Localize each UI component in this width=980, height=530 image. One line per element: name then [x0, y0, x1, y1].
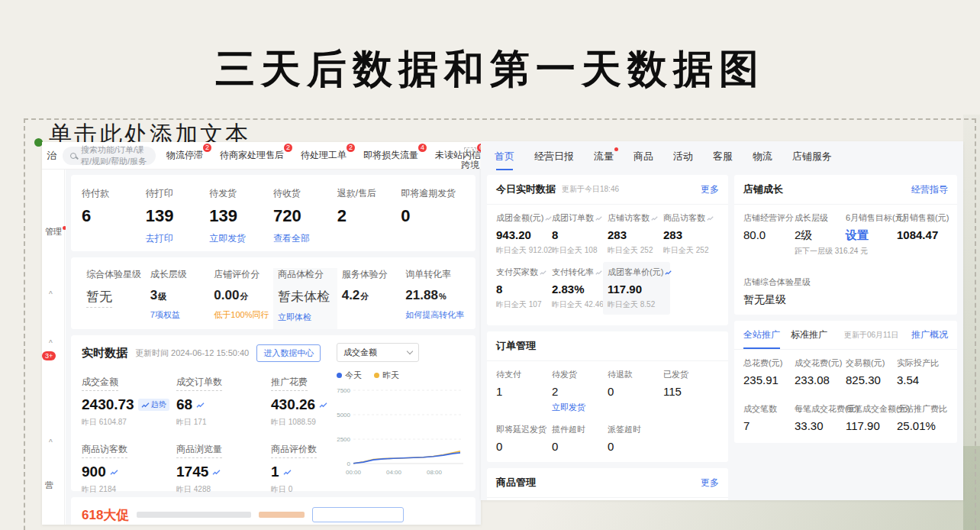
- sidebar-item-fragment[interactable]: 营: [45, 480, 53, 491]
- view-all-link[interactable]: 查看全部: [273, 232, 337, 245]
- trend-icon[interactable]: [196, 402, 205, 409]
- tab-daily-report[interactable]: 经营日报: [534, 150, 574, 163]
- metric-label: 推广花费: [271, 376, 308, 391]
- metric-value: 900: [82, 464, 106, 480]
- more-link[interactable]: 更多: [701, 477, 719, 490]
- ad-spend-per-deal: 每笔成交花费(元) 33.30: [795, 403, 846, 432]
- metric-shop-visitors: 店铺访客数 283 昨日全天 252: [608, 212, 663, 256]
- promo-618-banner[interactable]: 618大促: [71, 497, 475, 525]
- metric-value: 3: [150, 288, 157, 302]
- chevron-up-icon[interactable]: ^: [49, 438, 53, 447]
- trend-badge[interactable]: 趋势: [138, 399, 169, 411]
- trend-icon[interactable]: [319, 402, 327, 409]
- score-inquiry-conversion: 询单转化率 21.88% 如何提高转化率: [401, 268, 465, 329]
- metric-group-orders: 成团订单数 8 昨日全天 108: [552, 212, 608, 256]
- chart-metric-select[interactable]: 成交金额: [337, 343, 419, 362]
- metric-value: 暂未体检: [278, 288, 337, 305]
- trend-icon[interactable]: [283, 469, 292, 476]
- metric-value: 0: [496, 440, 552, 453]
- metric-value: 825.30: [846, 373, 897, 386]
- sidebar-item-manage[interactable]: 管理: [45, 226, 66, 238]
- todo-pending-ship: 待发货 139 立即发货: [209, 187, 273, 251]
- metric-value: 2: [337, 206, 401, 226]
- metric-value: 0: [608, 385, 663, 398]
- chevron-up-icon[interactable]: ^: [49, 290, 53, 299]
- tab-sitewide-promo[interactable]: 全站推广: [743, 328, 780, 341]
- tab-activity[interactable]: 活动: [673, 150, 693, 163]
- trend-icon[interactable]: [651, 215, 658, 221]
- star-label: 店铺综合体验星级: [743, 276, 948, 288]
- nav-pending-ticket[interactable]: 待处理工单 2: [301, 149, 347, 162]
- nav-logistics-stalled[interactable]: 物流停滞 2: [166, 149, 203, 162]
- trend-icon[interactable]: [595, 215, 602, 221]
- trend-icon[interactable]: [595, 270, 602, 276]
- search-input[interactable]: 搜索功能/订单/课程/规则/帮助/服务: [63, 147, 156, 165]
- svg-text:0: 0: [347, 461, 351, 467]
- metric-value: 0: [608, 440, 663, 453]
- metric-label: 成交订单数: [176, 376, 222, 391]
- metric-value: 115: [663, 385, 719, 398]
- set-target-link[interactable]: 设置: [846, 228, 897, 243]
- score-star-level: 综合体验星级 暂无: [82, 268, 146, 329]
- nav-losing-traffic[interactable]: 即将损失流量 4: [363, 149, 418, 162]
- guidance-link[interactable]: 经营指导: [911, 183, 948, 196]
- tab-service[interactable]: 客服: [713, 150, 733, 163]
- ship-now-link[interactable]: 立即发货: [552, 402, 608, 413]
- go-print-link[interactable]: 去打印: [146, 232, 210, 245]
- realtime-metrics: 成交金额 2430.73 趋势 昨日 6104.87 成交订单数 68 昨日 1…: [82, 374, 366, 509]
- metric-value: 139: [146, 206, 210, 226]
- ad-total-spend: 总花费(元) 235.91: [743, 357, 795, 386]
- legend-dot-today: [337, 373, 342, 378]
- next-level-note: 距下一层级 316.24 元: [795, 246, 846, 257]
- below-peers-note: 低于100%同行: [214, 309, 273, 321]
- tab-logistics[interactable]: 物流: [753, 150, 772, 163]
- trend-icon[interactable]: [212, 469, 221, 476]
- metric-label: 商品体检分: [278, 268, 337, 281]
- tab-shop-service[interactable]: 店铺服务: [792, 150, 832, 163]
- todo-overdue-ship: 即将逾期发货 0: [401, 187, 465, 251]
- promo-button[interactable]: [312, 507, 404, 522]
- goods-management-card: 商品管理 更多: [487, 468, 728, 500]
- add-widget-icon[interactable]: [+]: [464, 147, 476, 157]
- score-growth-level: 成长层级 3级 7项权益: [146, 268, 210, 329]
- ad-deal-spend: 成交花费(元) 233.08: [795, 357, 846, 386]
- rights-link[interactable]: 7项权益: [150, 309, 210, 321]
- metric-yesterday: 昨日 0: [271, 484, 366, 495]
- ship-now-link[interactable]: 立即发货: [209, 232, 273, 245]
- metric-value: 8: [496, 283, 552, 296]
- tab-home[interactable]: 首页: [495, 150, 514, 163]
- trend-icon[interactable]: [545, 215, 552, 221]
- growth-sales-target: 6月销售目标(元) 设置: [846, 212, 897, 257]
- trend-icon[interactable]: [110, 469, 118, 476]
- tab-traffic[interactable]: 流量: [594, 150, 614, 163]
- trend-icon[interactable]: [707, 215, 714, 221]
- legend-yesterday[interactable]: 昨天: [374, 370, 399, 381]
- trend-icon[interactable]: [665, 270, 672, 276]
- badge: 2: [347, 144, 355, 152]
- metric-value: 283: [663, 228, 719, 241]
- tab-standard-promo[interactable]: 标准推广: [791, 328, 827, 341]
- metric-label: 退款/售后: [337, 187, 401, 200]
- legend-today[interactable]: 今天: [337, 370, 362, 381]
- metric-value: 2.83%: [552, 283, 608, 296]
- tab-goods[interactable]: 商品: [633, 150, 653, 163]
- todo-pending-payment: 待付款 6: [82, 187, 146, 251]
- promo-overview-link[interactable]: 推广概况: [911, 328, 948, 341]
- nav-pending-aftersale[interactable]: 待商家处理售后 2: [220, 149, 284, 162]
- metric-orders: 成交订单数 68 昨日 171: [176, 374, 271, 428]
- metric-value: 80.0: [743, 228, 795, 241]
- metric-value: 3.54: [897, 373, 948, 386]
- chevron-up-icon[interactable]: ^: [49, 339, 53, 347]
- slide-title: 三天后数据和第一天数据图: [0, 43, 980, 96]
- order-delay-soon: 即将延迟发货 0: [496, 424, 552, 453]
- data-center-button[interactable]: 进入数据中心: [256, 344, 321, 362]
- more-link[interactable]: 更多: [701, 183, 719, 196]
- check-now-link[interactable]: 立即体检: [278, 312, 337, 323]
- score-service-exp: 服务体验分 4.2分: [337, 268, 401, 329]
- sidebar-badge: 3+: [42, 351, 56, 360]
- improve-conversion-link[interactable]: 如何提高转化率: [405, 309, 465, 321]
- metric-label: 成交金额: [82, 376, 118, 391]
- promotion-card: 全站推广 标准推广 更新于06月11日 推广概况 总花费(元) 235.91 成…: [734, 321, 957, 443]
- trend-icon[interactable]: [540, 270, 546, 276]
- metric-value: 2430.73: [82, 396, 134, 413]
